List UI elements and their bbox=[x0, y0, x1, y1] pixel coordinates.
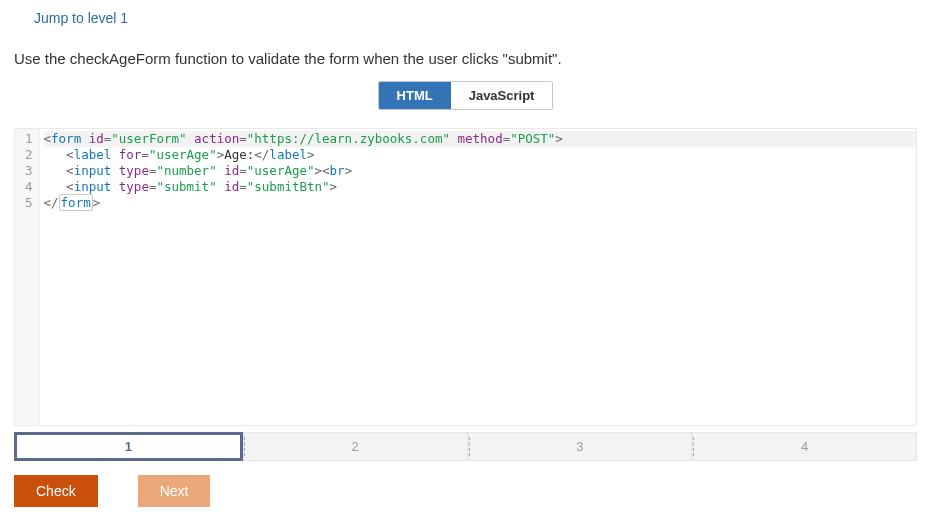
code-token: "submitBtn" bbox=[247, 179, 330, 194]
code-token bbox=[44, 147, 67, 162]
code-line[interactable]: <label for="userAge">Age:</label> bbox=[44, 147, 916, 163]
exercise-prompt: Use the checkAgeForm function to validat… bbox=[0, 36, 931, 81]
code-token: > bbox=[315, 163, 323, 178]
step-4[interactable]: 4 bbox=[692, 432, 917, 461]
code-line[interactable]: </form> bbox=[44, 195, 916, 211]
code-token: > bbox=[307, 147, 315, 162]
code-token: action bbox=[194, 131, 239, 146]
code-token: </ bbox=[254, 147, 269, 162]
code-token: > bbox=[345, 163, 353, 178]
code-token: < bbox=[44, 131, 52, 146]
line-number: 5 bbox=[25, 195, 33, 211]
code-token: label bbox=[74, 147, 112, 162]
line-gutter: 12345 bbox=[15, 129, 40, 425]
code-token: br bbox=[330, 163, 345, 178]
code-token: "https://learn.zybooks.com" bbox=[247, 131, 450, 146]
code-token: "submit" bbox=[156, 179, 216, 194]
code-token bbox=[187, 131, 195, 146]
code-token: = bbox=[239, 163, 247, 178]
code-token: id bbox=[89, 131, 104, 146]
code-token: < bbox=[322, 163, 330, 178]
code-token: < bbox=[66, 163, 74, 178]
code-line[interactable]: <input type="number" id="userAge"><br> bbox=[44, 163, 916, 179]
step-3[interactable]: 3 bbox=[468, 432, 693, 461]
code-token: label bbox=[269, 147, 307, 162]
jump-to-level-link[interactable]: Jump to level 1 bbox=[0, 0, 931, 36]
code-token: id bbox=[224, 163, 239, 178]
code-token: < bbox=[66, 179, 74, 194]
code-token: = bbox=[239, 131, 247, 146]
code-token: < bbox=[66, 147, 74, 162]
code-token: form bbox=[51, 131, 81, 146]
step-indicator: 1234 bbox=[14, 432, 917, 461]
code-token: method bbox=[458, 131, 503, 146]
code-token bbox=[44, 163, 67, 178]
code-token: "number" bbox=[156, 163, 216, 178]
line-number: 2 bbox=[25, 147, 33, 163]
code-token: for bbox=[119, 147, 142, 162]
code-area[interactable]: <form id="userForm" action="https://lear… bbox=[40, 129, 916, 425]
code-token: id bbox=[224, 179, 239, 194]
language-tabs: HTML JavaScript bbox=[0, 81, 931, 110]
code-token: type bbox=[119, 163, 149, 178]
code-token: = bbox=[141, 147, 149, 162]
tab-html[interactable]: HTML bbox=[379, 82, 451, 109]
step-1[interactable]: 1 bbox=[14, 432, 243, 461]
code-line[interactable]: <form id="userForm" action="https://lear… bbox=[44, 131, 916, 147]
code-line[interactable]: <input type="submit" id="submitBtn"> bbox=[44, 179, 916, 195]
code-token: input bbox=[74, 163, 112, 178]
code-token bbox=[450, 131, 458, 146]
code-token: > bbox=[93, 195, 101, 210]
code-token: > bbox=[330, 179, 338, 194]
code-token bbox=[111, 147, 119, 162]
code-token: Age: bbox=[224, 147, 254, 162]
step-2[interactable]: 2 bbox=[243, 432, 468, 461]
code-token: "userAge" bbox=[247, 163, 315, 178]
code-token bbox=[111, 179, 119, 194]
check-button[interactable]: Check bbox=[14, 475, 98, 507]
code-token: > bbox=[555, 131, 563, 146]
code-token: "POST" bbox=[510, 131, 555, 146]
code-token: input bbox=[74, 179, 112, 194]
next-button[interactable]: Next bbox=[138, 475, 211, 507]
line-number: 3 bbox=[25, 163, 33, 179]
code-token bbox=[44, 179, 67, 194]
code-token: form bbox=[59, 194, 93, 211]
code-token: type bbox=[119, 179, 149, 194]
line-number: 4 bbox=[25, 179, 33, 195]
code-editor[interactable]: 12345 <form id="userForm" action="https:… bbox=[14, 128, 917, 426]
code-token bbox=[111, 163, 119, 178]
code-token: = bbox=[239, 179, 247, 194]
tab-javascript[interactable]: JavaScript bbox=[451, 82, 553, 109]
code-token bbox=[81, 131, 89, 146]
code-token: "userForm" bbox=[111, 131, 186, 146]
line-number: 1 bbox=[25, 131, 33, 147]
code-token: </ bbox=[44, 195, 59, 210]
code-token: "userAge" bbox=[149, 147, 217, 162]
